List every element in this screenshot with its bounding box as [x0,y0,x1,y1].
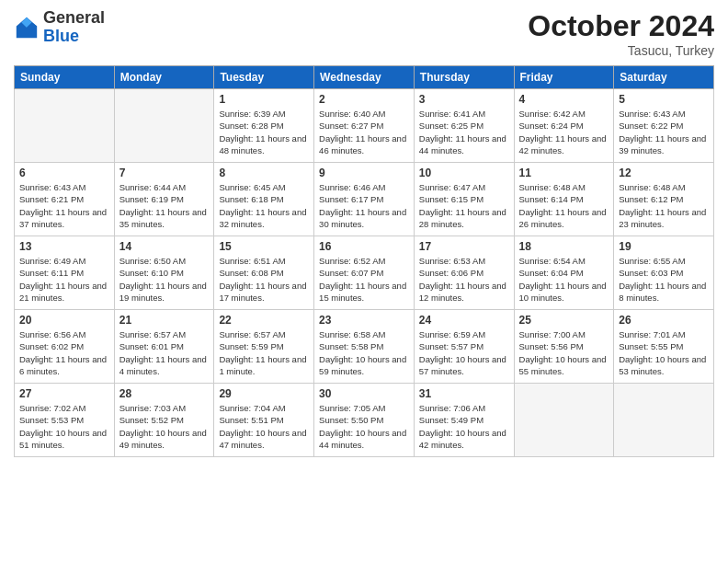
day-info: Sunrise: 7:04 AM Sunset: 5:51 PM Dayligh… [219,402,309,451]
calendar-cell: 16Sunrise: 6:52 AM Sunset: 6:07 PM Dayli… [314,236,415,310]
calendar-cell: 21Sunrise: 6:57 AM Sunset: 6:01 PM Dayli… [114,310,214,384]
day-number: 22 [219,314,309,327]
calendar-cell [114,89,214,163]
location: Tasucu, Turkey [528,43,714,58]
calendar-cell: 20Sunrise: 6:56 AM Sunset: 6:02 PM Dayli… [15,310,115,384]
day-number: 9 [319,167,409,179]
day-number: 26 [619,314,709,327]
calendar-cell: 31Sunrise: 7:06 AM Sunset: 5:49 PM Dayli… [414,384,514,457]
day-info: Sunrise: 6:56 AM Sunset: 6:02 PM Dayligh… [19,328,109,377]
calendar-cell: 7Sunrise: 6:44 AM Sunset: 6:19 PM Daylig… [114,163,214,236]
day-number: 24 [419,314,509,327]
day-info: Sunrise: 6:48 AM Sunset: 6:12 PM Dayligh… [619,181,709,230]
calendar-cell: 4Sunrise: 6:42 AM Sunset: 6:24 PM Daylig… [514,89,614,163]
day-number: 12 [619,167,709,179]
day-info: Sunrise: 6:39 AM Sunset: 6:28 PM Dayligh… [219,108,309,156]
day-number: 10 [419,167,509,179]
week-row-4: 27Sunrise: 7:02 AM Sunset: 5:53 PM Dayli… [15,384,714,457]
month-year: October 2024 [528,9,714,43]
logo-text: General Blue [43,9,105,46]
day-info: Sunrise: 6:53 AM Sunset: 6:06 PM Dayligh… [419,255,509,304]
day-info: Sunrise: 6:57 AM Sunset: 5:59 PM Dayligh… [219,328,309,377]
day-info: Sunrise: 6:47 AM Sunset: 6:15 PM Dayligh… [419,181,509,230]
logo-blue: Blue [43,27,79,45]
day-info: Sunrise: 6:50 AM Sunset: 6:10 PM Dayligh… [119,255,210,304]
calendar-cell: 19Sunrise: 6:55 AM Sunset: 6:03 PM Dayli… [614,236,714,310]
calendar-cell: 2Sunrise: 6:40 AM Sunset: 6:27 PM Daylig… [314,89,415,163]
day-number: 14 [119,240,210,253]
weekday-header-thursday: Thursday [414,66,514,89]
page: General Blue October 2024 Tasucu, Turkey… [0,0,728,563]
day-info: Sunrise: 7:06 AM Sunset: 5:49 PM Dayligh… [419,402,509,451]
calendar-cell: 13Sunrise: 6:49 AM Sunset: 6:11 PM Dayli… [15,236,115,310]
calendar-cell: 29Sunrise: 7:04 AM Sunset: 5:51 PM Dayli… [214,384,314,457]
day-number: 28 [119,387,210,400]
day-number: 3 [419,93,509,106]
calendar-cell [614,384,714,457]
day-number: 11 [519,167,609,179]
week-row-1: 6Sunrise: 6:43 AM Sunset: 6:21 PM Daylig… [15,163,714,236]
day-number: 7 [119,167,210,179]
day-number: 30 [319,387,409,400]
day-info: Sunrise: 6:44 AM Sunset: 6:19 PM Dayligh… [119,181,210,230]
calendar-cell: 15Sunrise: 6:51 AM Sunset: 6:08 PM Dayli… [214,236,314,310]
day-number: 25 [519,314,609,327]
week-row-3: 20Sunrise: 6:56 AM Sunset: 6:02 PM Dayli… [15,310,714,384]
day-info: Sunrise: 6:59 AM Sunset: 5:57 PM Dayligh… [419,328,509,377]
calendar-cell: 17Sunrise: 6:53 AM Sunset: 6:06 PM Dayli… [414,236,514,310]
weekday-header-sunday: Sunday [15,66,115,89]
title-block: October 2024 Tasucu, Turkey [528,9,714,58]
calendar-cell: 30Sunrise: 7:05 AM Sunset: 5:50 PM Dayli… [314,384,415,457]
day-number: 19 [619,240,709,253]
weekday-header-row: SundayMondayTuesdayWednesdayThursdayFrid… [15,66,714,89]
logo-icon [14,15,40,40]
calendar-cell: 11Sunrise: 6:48 AM Sunset: 6:14 PM Dayli… [514,163,614,236]
calendar-cell [514,384,614,457]
weekday-header-tuesday: Tuesday [214,66,314,89]
day-info: Sunrise: 6:43 AM Sunset: 6:22 PM Dayligh… [619,108,709,156]
logo: General Blue [14,9,105,46]
day-info: Sunrise: 6:48 AM Sunset: 6:14 PM Dayligh… [519,181,609,230]
day-info: Sunrise: 6:42 AM Sunset: 6:24 PM Dayligh… [519,108,609,156]
day-info: Sunrise: 7:00 AM Sunset: 5:56 PM Dayligh… [519,328,609,377]
day-number: 8 [219,167,309,179]
day-info: Sunrise: 7:02 AM Sunset: 5:53 PM Dayligh… [19,402,109,451]
calendar-cell: 14Sunrise: 6:50 AM Sunset: 6:10 PM Dayli… [114,236,214,310]
calendar-cell: 25Sunrise: 7:00 AM Sunset: 5:56 PM Dayli… [514,310,614,384]
day-info: Sunrise: 6:58 AM Sunset: 5:58 PM Dayligh… [319,328,409,377]
day-info: Sunrise: 6:46 AM Sunset: 6:17 PM Dayligh… [319,181,409,230]
day-number: 1 [219,93,309,106]
calendar-cell: 12Sunrise: 6:48 AM Sunset: 6:12 PM Dayli… [614,163,714,236]
calendar-cell: 26Sunrise: 7:01 AM Sunset: 5:55 PM Dayli… [614,310,714,384]
day-number: 5 [619,93,709,106]
day-number: 23 [319,314,409,327]
day-info: Sunrise: 6:51 AM Sunset: 6:08 PM Dayligh… [219,255,309,304]
day-info: Sunrise: 6:57 AM Sunset: 6:01 PM Dayligh… [119,328,210,377]
weekday-header-wednesday: Wednesday [314,66,415,89]
day-info: Sunrise: 6:55 AM Sunset: 6:03 PM Dayligh… [619,255,709,304]
calendar-cell: 8Sunrise: 6:45 AM Sunset: 6:18 PM Daylig… [214,163,314,236]
calendar-cell: 27Sunrise: 7:02 AM Sunset: 5:53 PM Dayli… [15,384,115,457]
calendar-cell: 6Sunrise: 6:43 AM Sunset: 6:21 PM Daylig… [15,163,115,236]
calendar-table: SundayMondayTuesdayWednesdayThursdayFrid… [14,65,714,457]
day-number: 6 [19,167,109,179]
weekday-header-friday: Friday [514,66,614,89]
day-number: 21 [119,314,210,327]
calendar-cell: 10Sunrise: 6:47 AM Sunset: 6:15 PM Dayli… [414,163,514,236]
week-row-2: 13Sunrise: 6:49 AM Sunset: 6:11 PM Dayli… [15,236,714,310]
day-info: Sunrise: 6:49 AM Sunset: 6:11 PM Dayligh… [19,255,109,304]
day-number: 13 [19,240,109,253]
weekday-header-monday: Monday [114,66,214,89]
day-number: 29 [219,387,309,400]
day-info: Sunrise: 6:52 AM Sunset: 6:07 PM Dayligh… [319,255,409,304]
day-info: Sunrise: 7:05 AM Sunset: 5:50 PM Dayligh… [319,402,409,451]
day-number: 15 [219,240,309,253]
day-info: Sunrise: 7:01 AM Sunset: 5:55 PM Dayligh… [619,328,709,377]
day-info: Sunrise: 6:54 AM Sunset: 6:04 PM Dayligh… [519,255,609,304]
day-number: 18 [519,240,609,253]
day-number: 16 [319,240,409,253]
day-number: 20 [19,314,109,327]
week-row-0: 1Sunrise: 6:39 AM Sunset: 6:28 PM Daylig… [15,89,714,163]
calendar-cell: 18Sunrise: 6:54 AM Sunset: 6:04 PM Dayli… [514,236,614,310]
calendar-cell: 1Sunrise: 6:39 AM Sunset: 6:28 PM Daylig… [214,89,314,163]
